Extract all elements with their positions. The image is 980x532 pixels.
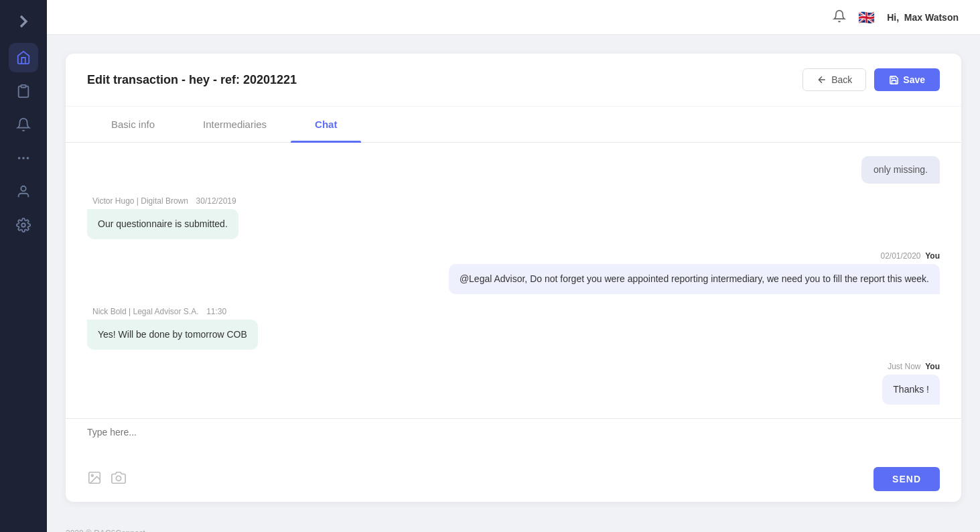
greeting-text: Hi, Max Watson: [887, 12, 959, 23]
msg-sender-victor: Victor Hugo | Digital Brown 30/12/2019: [87, 196, 236, 206]
msg-bubble-outgoing-1: @Legal Advisor, Do not forget you were a…: [449, 264, 940, 294]
msg-meta-outgoing-1: 02/01/2020 You: [880, 251, 940, 261]
footer: 2020 © DAC6Connect: [47, 521, 980, 532]
partial-message-bubble: only missing.: [861, 156, 940, 184]
message-outgoing-1: 02/01/2020 You @Legal Advisor, Do not fo…: [449, 251, 940, 294]
save-button[interactable]: Save: [874, 68, 940, 91]
chat-input-area: SEND: [66, 418, 961, 502]
sidebar-item-notifications[interactable]: [9, 110, 38, 139]
edit-transaction-card: Edit transaction - hey - ref: 20201221 B…: [66, 54, 961, 502]
top-nav: 🇬🇧 Hi, Max Watson: [47, 0, 980, 35]
sidebar-item-home[interactable]: [9, 43, 38, 72]
image-attach-icon[interactable]: [87, 470, 102, 488]
save-label: Save: [903, 74, 925, 85]
message-victor-hugo: Victor Hugo | Digital Brown 30/12/2019 O…: [87, 196, 599, 239]
back-label: Back: [831, 74, 852, 85]
username-label: Max Watson: [904, 12, 959, 23]
tab-bar: Basic info Intermediaries Chat: [66, 107, 961, 143]
partial-message-row: only missing.: [87, 156, 940, 184]
svg-point-8: [91, 474, 93, 476]
back-arrow-icon: [817, 74, 827, 85]
send-button[interactable]: SEND: [873, 467, 940, 491]
msg-sender-nick: Nick Bold | Legal Advisor S.A. 11:30: [87, 306, 226, 316]
msg-meta-thanks: Just Now You: [888, 362, 940, 371]
chat-area: only missing. Victor Hugo | Digital Brow…: [66, 143, 961, 418]
svg-point-1: [18, 157, 21, 159]
camera-icon[interactable]: [111, 470, 126, 488]
send-label: SEND: [892, 474, 921, 484]
save-icon: [889, 75, 899, 85]
page-title: Edit transaction - hey - ref: 20201221: [87, 73, 297, 87]
svg-point-5: [21, 223, 25, 227]
sidebar: [0, 0, 47, 532]
msg-bubble-victor: Our questionnaire is submitted.: [87, 209, 238, 239]
svg-point-2: [22, 157, 25, 159]
sidebar-item-transactions[interactable]: [9, 76, 38, 106]
card-header: Edit transaction - hey - ref: 20201221 B…: [66, 54, 961, 107]
svg-point-9: [116, 476, 121, 480]
back-button[interactable]: Back: [802, 68, 866, 91]
input-icon-group: [87, 470, 126, 488]
sidebar-expand-button[interactable]: [13, 11, 34, 32]
footer-text: 2020 © DAC6Connect: [66, 529, 145, 532]
chat-input-footer: SEND: [87, 467, 940, 491]
svg-point-4: [21, 186, 25, 191]
tab-chat[interactable]: Chat: [291, 107, 361, 142]
hi-label: Hi,: [887, 12, 899, 23]
tab-intermediaries[interactable]: Intermediaries: [179, 107, 291, 142]
sidebar-item-settings[interactable]: [9, 210, 38, 240]
svg-point-3: [27, 157, 29, 159]
sidebar-item-profile[interactable]: [9, 177, 38, 206]
msg-bubble-nick: Yes! Will be done by tomorrow COB: [87, 320, 258, 350]
header-actions: Back Save: [802, 68, 940, 91]
main-content: Edit transaction - hey - ref: 20201221 B…: [47, 35, 980, 521]
message-thanks: Just Now You Thanks !: [882, 362, 940, 405]
message-nick-bold: Nick Bold | Legal Advisor S.A. 11:30 Yes…: [87, 306, 599, 350]
svg-rect-0: [21, 85, 25, 88]
notification-bell-icon[interactable]: [833, 9, 846, 25]
language-flag-icon[interactable]: 🇬🇧: [858, 9, 875, 25]
tab-basic-info[interactable]: Basic info: [87, 107, 179, 142]
message-input[interactable]: [87, 427, 940, 462]
msg-bubble-thanks: Thanks !: [882, 375, 940, 405]
sidebar-item-more[interactable]: [9, 143, 38, 173]
